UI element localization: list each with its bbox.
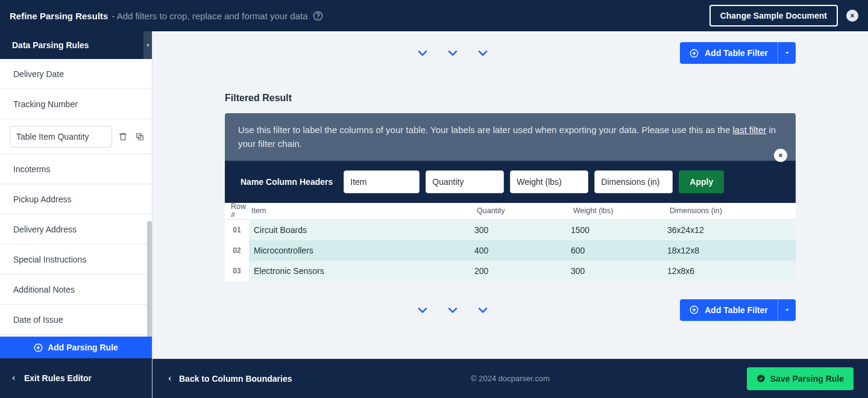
th-quantity: Quantity bbox=[477, 207, 573, 215]
add-filter-dropdown-caret[interactable] bbox=[778, 299, 796, 321]
sidebar-rule-item[interactable]: Delivery Date bbox=[0, 59, 152, 89]
column-header-input-4[interactable] bbox=[594, 170, 673, 193]
cell-item: Electronic Sensors bbox=[249, 266, 474, 276]
cell-weight: 600 bbox=[571, 246, 667, 255]
copyright-text: © 2024 docparser.com bbox=[471, 374, 550, 383]
main-content: Add Table Filter Filtered Result Use thi… bbox=[153, 31, 868, 359]
cell-item: Circuit Boards bbox=[249, 225, 474, 235]
add-rule-label: Add Parsing Rule bbox=[48, 343, 118, 352]
save-parsing-rule-button[interactable]: Save Parsing Rule bbox=[747, 367, 854, 390]
chevron-down-icon[interactable] bbox=[444, 47, 461, 59]
cell-dimensions: 12x8x6 bbox=[667, 266, 796, 276]
rule-label: Special Instructions bbox=[13, 255, 86, 264]
cell-quantity: 400 bbox=[474, 246, 571, 255]
page-title: Refine Parsing Results bbox=[10, 11, 108, 21]
plus-circle-icon bbox=[690, 49, 699, 58]
chevron-down-icon[interactable] bbox=[444, 304, 461, 316]
column-header-input-2[interactable] bbox=[426, 170, 504, 193]
column-header-inputs-row: Name Column Headers Apply bbox=[225, 161, 796, 203]
sidebar-collapse-button[interactable] bbox=[143, 31, 152, 59]
close-icon[interactable] bbox=[846, 10, 858, 22]
rule-label: Date of Issue bbox=[13, 315, 63, 325]
add-parsing-rule-button[interactable]: Add Parsing Rule bbox=[0, 337, 152, 358]
sidebar-rule-item[interactable]: Incoterms bbox=[0, 154, 152, 184]
rule-label: Incoterms bbox=[13, 164, 50, 174]
info-text: Use this filter to label the columns of … bbox=[238, 125, 732, 135]
chevron-down-icon[interactable] bbox=[474, 47, 491, 59]
th-item: Item bbox=[251, 207, 477, 215]
result-table: Row # Item Quantity Weight (lbs) Dimensi… bbox=[225, 203, 796, 281]
cell-quantity: 200 bbox=[474, 266, 571, 276]
sidebar-rule-item[interactable]: Delivery Address bbox=[0, 214, 152, 244]
change-sample-button[interactable]: Change Sample Document bbox=[709, 5, 838, 26]
filter-controls-top: Add Table Filter bbox=[153, 31, 868, 64]
chevron-group bbox=[225, 304, 680, 316]
th-weight: Weight (lbs) bbox=[573, 207, 670, 215]
cell-item: Microcontrollers bbox=[249, 246, 474, 255]
filter-info-banner: Use this filter to label the columns of … bbox=[225, 113, 796, 161]
save-label: Save Parsing Rule bbox=[770, 374, 844, 384]
sidebar-rule-item[interactable]: Date of Issue bbox=[0, 305, 152, 335]
plus-circle-icon bbox=[690, 305, 699, 314]
rule-label: Additional Notes bbox=[13, 285, 75, 294]
sidebar-header: Data Parsing Rules bbox=[0, 31, 152, 59]
sidebar: Data Parsing Rules Delivery Date Trackin… bbox=[0, 31, 153, 398]
cell-weight: 1500 bbox=[571, 225, 667, 235]
rule-label: Pickup Address bbox=[13, 194, 72, 204]
back-label: Back to Column Boundaries bbox=[179, 374, 292, 384]
sidebar-header-label: Data Parsing Rules bbox=[12, 40, 89, 50]
bottom-bar: Back to Column Boundaries © 2024 docpars… bbox=[153, 359, 868, 398]
back-to-column-boundaries-button[interactable]: Back to Column Boundaries bbox=[167, 374, 292, 384]
sidebar-rule-item[interactable]: Tracking Number bbox=[0, 89, 152, 119]
filter-controls-bottom: Add Table Filter bbox=[153, 281, 868, 339]
add-table-filter-button[interactable]: Add Table Filter bbox=[680, 299, 796, 321]
svg-point-1 bbox=[318, 17, 318, 18]
panel-close-icon[interactable] bbox=[774, 149, 787, 162]
chevron-group bbox=[225, 47, 680, 59]
add-filter-label: Add Table Filter bbox=[705, 305, 768, 315]
row-number: 02 bbox=[225, 246, 249, 255]
help-icon[interactable] bbox=[313, 11, 323, 21]
table-row: 02 Microcontrollers 400 600 18x12x8 bbox=[225, 240, 796, 261]
copy-icon[interactable] bbox=[134, 131, 146, 143]
cell-dimensions: 18x12x8 bbox=[667, 246, 796, 255]
exit-label: Exit Rules Editor bbox=[24, 373, 92, 383]
chevron-down-icon[interactable] bbox=[474, 304, 491, 316]
active-rule-name-input[interactable]: Table Item Quantity bbox=[10, 126, 112, 148]
apply-button[interactable]: Apply bbox=[679, 170, 724, 193]
page-subtitle: - Add filters to crop, replace and forma… bbox=[112, 11, 307, 21]
check-circle-icon bbox=[756, 374, 766, 383]
cell-weight: 300 bbox=[571, 266, 667, 276]
cell-dimensions: 36x24x12 bbox=[667, 225, 796, 235]
table-row: 03 Electronic Sensors 200 300 12x8x6 bbox=[225, 261, 796, 281]
rule-label: Delivery Date bbox=[13, 69, 64, 79]
chevron-down-icon[interactable] bbox=[414, 304, 431, 316]
rule-label: Tracking Number bbox=[13, 99, 78, 109]
exit-rules-editor-button[interactable]: Exit Rules Editor bbox=[0, 358, 152, 398]
rules-list: Delivery Date Tracking Number Table Item… bbox=[0, 59, 152, 337]
table-row: 01 Circuit Boards 300 1500 36x24x12 bbox=[225, 220, 796, 240]
sidebar-rule-item[interactable]: Additional Notes bbox=[0, 275, 152, 305]
top-bar: Refine Parsing Results - Add filters to … bbox=[0, 0, 868, 31]
last-filter-link[interactable]: last filter bbox=[732, 125, 766, 135]
column-header-input-1[interactable] bbox=[344, 170, 420, 193]
sidebar-scrollbar[interactable] bbox=[147, 221, 152, 337]
row-number: 01 bbox=[225, 226, 249, 234]
table-header-row: Row # Item Quantity Weight (lbs) Dimensi… bbox=[225, 203, 796, 220]
add-table-filter-button[interactable]: Add Table Filter bbox=[680, 42, 796, 64]
column-header-input-3[interactable] bbox=[510, 170, 588, 193]
add-filter-dropdown-caret[interactable] bbox=[778, 42, 796, 64]
add-filter-label: Add Table Filter bbox=[705, 48, 768, 58]
filtered-result-heading: Filtered Result bbox=[225, 93, 868, 104]
sidebar-rule-item[interactable]: Pickup Address bbox=[0, 184, 152, 214]
filter-panel: Use this filter to label the columns of … bbox=[225, 113, 796, 281]
sidebar-rule-item[interactable]: Special Instructions bbox=[0, 244, 152, 275]
chevron-down-icon[interactable] bbox=[414, 47, 431, 59]
th-rownum: Row # bbox=[227, 202, 251, 219]
rule-label: Delivery Address bbox=[13, 225, 77, 234]
trash-icon[interactable] bbox=[117, 131, 129, 143]
cell-quantity: 300 bbox=[474, 225, 571, 235]
row-number: 03 bbox=[225, 267, 249, 275]
th-dimensions: Dimensions (in) bbox=[670, 207, 796, 215]
inputs-label: Name Column Headers bbox=[241, 177, 333, 187]
